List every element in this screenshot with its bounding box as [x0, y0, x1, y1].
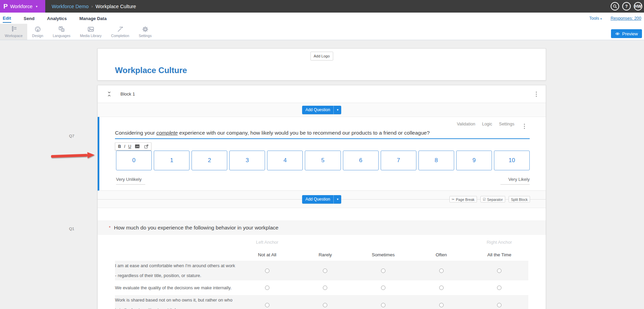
question-text-editor[interactable]: Considering your complete experience wit…	[115, 117, 530, 136]
workspace-icon	[10, 26, 17, 33]
italic-button[interactable]: I	[124, 144, 125, 149]
breadcrumb-project-link[interactable]: Workforce Demo	[52, 4, 89, 9]
right-anchor-placeholder[interactable]: Right Anchor	[486, 240, 512, 245]
radio-button[interactable]	[439, 286, 444, 290]
left-anchor-placeholder[interactable]: Left Anchor	[256, 240, 278, 245]
split-block-button[interactable]: Split Block	[509, 196, 530, 203]
nps-choice-9[interactable]: 9	[456, 151, 492, 170]
nps-left-anchor-label[interactable]: Very Unlikely	[116, 177, 145, 185]
chevron-down-icon[interactable]: ▼	[333, 106, 341, 114]
matrix-row-label[interactable]: Work is shared based not on who owns it,…	[115, 295, 238, 309]
rich-content-editor-button[interactable]	[144, 144, 148, 149]
matrix-row-label[interactable]: I am at ease and comfortable when I'm ar…	[115, 261, 238, 280]
toolbar-item-media-library[interactable]: Media Library	[75, 24, 106, 40]
radio-button[interactable]	[323, 303, 327, 307]
radio-button[interactable]	[497, 303, 501, 307]
annotation-arrow	[51, 153, 95, 158]
bold-button[interactable]: B	[118, 144, 121, 149]
add-logo-button[interactable]: Add Logo	[310, 52, 333, 61]
nps-choice-7[interactable]: 7	[381, 151, 416, 170]
block-card: Block 1 Add Question ▼ Validation Logic …	[97, 85, 546, 309]
radio-button[interactable]	[323, 269, 327, 273]
settings-link[interactable]: Settings	[499, 122, 514, 126]
separator-button[interactable]: ☑Separator	[480, 196, 505, 203]
radio-button[interactable]	[265, 286, 269, 290]
question-q1-matrix[interactable]: * How much do you experience the followi…	[98, 208, 546, 309]
toolbar-item-settings[interactable]: Settings	[134, 24, 156, 40]
insert-tools: ✂Page Break ☑Separator Split Block	[449, 196, 530, 203]
emphasized-word: complete	[156, 130, 178, 136]
toolbar-item-languages[interactable]: A Languages	[48, 24, 75, 40]
radio-button[interactable]	[439, 269, 444, 273]
nps-choice-1[interactable]: 1	[154, 151, 189, 170]
toolbar-item-workspace[interactable]: Workspace	[0, 24, 27, 40]
tools-menu-button[interactable]: Tools ▾	[589, 16, 602, 21]
nps-choice-5[interactable]: 5	[305, 151, 341, 170]
tab-manage-data[interactable]: Manage Data	[79, 14, 106, 22]
nps-choice-3[interactable]: 3	[229, 151, 265, 170]
matrix-row-label[interactable]: We evaluate the quality of the decisions…	[115, 283, 238, 293]
svg-text:A: A	[62, 29, 64, 31]
block-name[interactable]: Block 1	[120, 91, 135, 97]
column-header[interactable]: Sometimes	[372, 252, 395, 257]
preview-button[interactable]: Preview	[611, 29, 642, 38]
nps-choice-10[interactable]: 10	[494, 151, 530, 170]
radio-button[interactable]	[381, 269, 385, 273]
matrix-row: We evaluate the quality of the decisions…	[115, 280, 528, 295]
radio-button[interactable]	[497, 269, 501, 273]
question-options-kebab-icon[interactable]	[523, 122, 526, 130]
radio-button[interactable]	[265, 303, 269, 307]
nps-right-anchor-label[interactable]: Very Likely	[500, 177, 530, 185]
logic-link[interactable]: Logic	[482, 122, 492, 126]
nps-choice-8[interactable]: 8	[418, 151, 454, 170]
responses-count-link[interactable]: Responses: 200	[611, 16, 641, 21]
tab-send[interactable]: Send	[24, 14, 35, 22]
question-text[interactable]: How much do you experience the following…	[114, 225, 278, 231]
radio-button[interactable]	[323, 286, 327, 290]
tab-edit[interactable]: Edit	[3, 14, 11, 23]
toolbar-item-design[interactable]: Design	[27, 24, 48, 40]
scissors-icon: ✂	[452, 198, 455, 201]
help-button[interactable]: ?	[622, 2, 631, 11]
block-options-kebab-icon[interactable]	[534, 90, 538, 98]
validation-link[interactable]: Validation	[457, 122, 475, 126]
block-header: Block 1	[98, 85, 546, 103]
nps-scale: 0 1 2 3 4 5 6 7 8 9 10	[116, 151, 530, 170]
nps-choice-4[interactable]: 4	[267, 151, 303, 170]
tab-analytics[interactable]: Analytics	[47, 14, 67, 22]
nps-choice-0[interactable]: 0	[116, 151, 152, 170]
toolbar-item-label: Completion	[111, 34, 129, 38]
radio-button[interactable]	[381, 286, 385, 290]
add-question-button[interactable]: Add Question ▼	[302, 195, 342, 204]
radio-button[interactable]	[439, 303, 444, 307]
page-break-button[interactable]: ✂Page Break	[449, 196, 477, 203]
insert-image-button[interactable]	[135, 144, 139, 148]
survey-title[interactable]: Workplace Culture	[115, 66, 187, 75]
radio-button[interactable]	[381, 303, 385, 307]
radio-button[interactable]	[497, 286, 501, 290]
add-question-strip-bottom: Add Question ▼ ✂Page Break ☑Separator Sp…	[98, 191, 546, 208]
nps-choice-6[interactable]: 6	[343, 151, 379, 170]
nps-choice-2[interactable]: 2	[192, 151, 227, 170]
radio-button[interactable]	[265, 269, 269, 273]
column-header[interactable]: Not at All	[258, 252, 276, 257]
image-icon	[135, 144, 139, 148]
matrix-row: I am at ease and comfortable when I'm ar…	[115, 261, 528, 280]
product-switcher-button[interactable]: P Workforce ▾	[0, 0, 45, 13]
chevron-down-icon[interactable]: ▼	[333, 195, 341, 204]
avatar[interactable]: HW	[634, 2, 642, 11]
question-quick-menu: Validation Logic Settings	[457, 122, 514, 126]
column-header[interactable]: All the Time	[487, 252, 511, 257]
search-button[interactable]	[611, 2, 619, 11]
toolbar-item-label: Workspace	[5, 34, 22, 38]
underline-button[interactable]: U	[128, 144, 131, 149]
question-q7-nps[interactable]: Validation Logic Settings Considering yo…	[98, 117, 546, 191]
toolbar-item-label: Media Library	[80, 34, 102, 38]
toolbar-item-label: Design	[32, 34, 43, 38]
product-name: Workforce	[10, 4, 33, 9]
toolbar-item-completion[interactable]: Completion	[106, 24, 134, 40]
add-question-button[interactable]: Add Question ▼	[302, 106, 342, 114]
collapse-block-icon[interactable]	[107, 91, 111, 97]
column-header[interactable]: Often	[436, 252, 447, 257]
column-header[interactable]: Rarely	[318, 252, 332, 257]
